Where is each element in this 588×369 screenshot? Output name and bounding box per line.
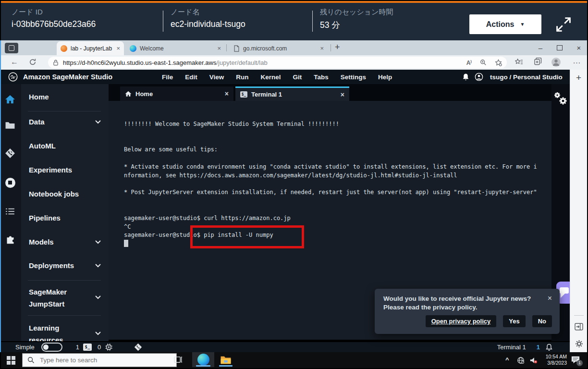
browser-tab-gomicrosoft[interactable]: go.microsoft.com × (230, 41, 328, 55)
volume-muted-icon[interactable] (529, 357, 538, 364)
back-icon[interactable]: ← (11, 58, 18, 66)
sidebar-add-icon[interactable]: + (570, 73, 587, 83)
sidebar-item-deployments[interactable]: Deployments (29, 259, 99, 271)
address-bar[interactable]: https://d-h0nc6i2wyulu.studio.us-east-1.… (48, 57, 507, 68)
yes-button[interactable]: Yes (503, 315, 525, 327)
sidebar-item-notebook-jobs[interactable]: Notebook jobs (29, 188, 99, 200)
divider (28, 111, 101, 111)
sidebar-item-home[interactable]: Home (29, 91, 99, 103)
start-button[interactable] (7, 356, 16, 365)
fullscreen-expand-icon[interactable] (554, 15, 573, 34)
profile-avatar[interactable] (551, 58, 561, 67)
close-tab-icon[interactable]: × (116, 45, 120, 52)
actions-button[interactable]: Actions ▼ (469, 14, 541, 34)
favorites-bar-icon[interactable] (515, 58, 523, 66)
menu-view[interactable]: View (209, 74, 224, 81)
close-tab-icon[interactable]: × (341, 91, 344, 98)
user-label[interactable]: tsugo / Personal Studio (490, 74, 563, 81)
kernel-count: 0 (98, 344, 101, 351)
tab-actions-icon (9, 45, 14, 51)
read-aloud-icon[interactable]: A) (466, 59, 472, 66)
sidebar-item-data[interactable]: Data (29, 116, 99, 128)
sidebar-settings-gear-icon[interactable] (575, 340, 583, 348)
chevron-down-icon (95, 295, 101, 299)
tab-title: go.microsoft.com (243, 45, 317, 52)
divider (163, 11, 163, 32)
menu-run[interactable]: Run (236, 74, 248, 81)
taskbar-edge-button[interactable] (192, 352, 214, 367)
tray-show-hidden-icon[interactable]: ^ (505, 356, 509, 363)
edge-icon (197, 354, 209, 366)
close-tab-icon[interactable]: × (225, 90, 229, 98)
browser-menu-icon[interactable]: … (573, 56, 581, 66)
mode-toggle[interactable] (41, 343, 62, 352)
tab-title: lab - JupyterLab (71, 45, 113, 52)
network-globe-icon[interactable] (517, 357, 525, 364)
user-avatar-icon[interactable] (475, 73, 483, 81)
zoom-icon[interactable] (480, 59, 487, 66)
window-maximize-button[interactable] (551, 40, 568, 55)
workspace-tab-terminal[interactable]: $_ Terminal 1 × (235, 86, 349, 101)
search-icon (27, 357, 35, 364)
sidebar-item-experiments[interactable]: Experiments (29, 164, 99, 176)
taskbar-search[interactable] (22, 353, 177, 367)
chevron-down-icon (95, 240, 101, 244)
close-tab-icon[interactable]: × (217, 45, 221, 52)
menu-kernel[interactable]: Kernel (261, 74, 281, 81)
sidebar-item-automl[interactable]: AutoML (29, 140, 99, 152)
bell-icon[interactable] (546, 344, 552, 351)
sidebar-item-learning-resources[interactable]: Learning resources (29, 322, 82, 341)
sidebar-item-jumpstart[interactable]: SageMaker JumpStart (29, 286, 86, 310)
menu-tabs[interactable]: Tabs (314, 74, 329, 81)
search-input[interactable] (39, 356, 161, 364)
kernel-chip-icon[interactable] (105, 343, 113, 351)
terminal-icon[interactable]: $_ (83, 344, 92, 351)
no-button[interactable]: No (532, 315, 552, 327)
sidebar-item-models[interactable]: Models (29, 236, 99, 248)
browser-tab-jupyterlab[interactable]: lab - JupyterLab × (57, 41, 124, 55)
new-tab-button[interactable]: + (335, 42, 340, 52)
open-privacy-policy-button[interactable]: Open privacy policy (426, 315, 497, 327)
menu-edit[interactable]: Edit (185, 74, 197, 81)
menu-settings[interactable]: Settings (341, 74, 366, 81)
browser-tab-welcome[interactable]: Welcome × (126, 41, 225, 55)
task-view-button[interactable] (171, 352, 186, 367)
running-sessions-icon[interactable] (5, 177, 15, 188)
sidebar-panel-icon[interactable] (575, 323, 583, 331)
menu-file[interactable]: File (162, 74, 173, 81)
refresh-icon[interactable] (29, 58, 37, 66)
close-icon[interactable]: × (548, 294, 552, 303)
node-id-group: ノード ID i-03bb676b50de23a66 (12, 8, 96, 29)
page-favicon-icon (233, 45, 240, 52)
menu-help[interactable]: Help (378, 74, 392, 81)
settings-gears-icon[interactable] (553, 92, 568, 105)
taskbar-explorer-button[interactable] (215, 352, 236, 367)
taskbar-clock[interactable]: 10:54 AM 3/8/2023 (540, 354, 567, 366)
screen: ノード ID i-03bb676b50de23a66 ノード名 ec2-indi… (0, 0, 588, 369)
terminal-line: ^C (124, 223, 551, 232)
tab-actions-menu-button[interactable] (5, 43, 18, 53)
workspace-tab-home[interactable]: Home × (120, 86, 233, 101)
git-icon[interactable] (5, 148, 15, 159)
home-icon[interactable] (5, 94, 15, 105)
sidebar-item-pipelines[interactable]: Pipelines (29, 212, 99, 224)
notification-count: 1 (537, 344, 540, 351)
collections-icon[interactable] (534, 58, 542, 65)
window-minimize-button[interactable]: – (532, 40, 549, 55)
folder-icon[interactable] (5, 120, 15, 131)
action-center-icon[interactable]: 1 (571, 356, 580, 364)
git-status-icon[interactable] (134, 343, 142, 351)
terminal-line: !!!!!!!! Welcome to SageMaker Studio Sys… (124, 120, 551, 129)
table-of-contents-icon[interactable] (5, 206, 15, 217)
session-time-value: 53 分 (320, 19, 393, 31)
menu-git[interactable]: Git (293, 74, 302, 81)
add-favorite-icon[interactable] (495, 59, 502, 66)
notifications-bell-icon[interactable] (462, 73, 469, 81)
extensions-puzzle-icon[interactable] (5, 234, 15, 245)
divider (331, 44, 331, 51)
divider (28, 280, 101, 281)
close-tab-icon[interactable]: × (320, 45, 324, 52)
terminal-line (124, 197, 551, 206)
menus: File Edit View Run Kernel Git Tabs Setti… (162, 74, 392, 81)
window-close-button[interactable]: × (571, 40, 587, 55)
